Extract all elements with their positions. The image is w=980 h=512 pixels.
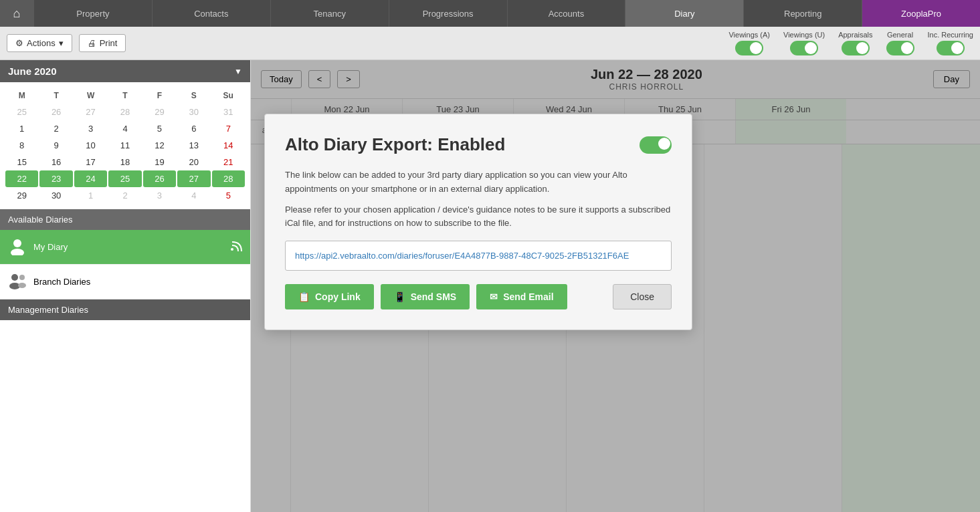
cal-day[interactable]: 4 — [177, 187, 210, 204]
cal-day[interactable]: 2 — [39, 120, 72, 137]
sidebar-item-my-diary[interactable]: My Diary — [0, 230, 250, 265]
nav-diary[interactable]: Diary — [625, 0, 743, 27]
management-diaries-label: Management Diaries — [8, 305, 88, 315]
email-icon: ✉ — [490, 291, 498, 302]
nav-reporting[interactable]: Reporting — [743, 0, 862, 27]
top-navigation: ⌂ Property Contacts Tenancy Progressions… — [0, 0, 980, 27]
cal-day[interactable]: 5 — [212, 187, 245, 204]
cal-day[interactable]: 13 — [177, 137, 210, 154]
nav-zooplapro[interactable]: ZooplaPro — [862, 0, 980, 27]
cal-day[interactable]: 17 — [74, 154, 107, 170]
copy-link-label: Copy Link — [315, 291, 361, 302]
cal-day[interactable]: 22 — [5, 170, 38, 187]
toggle-inc-recurring-switch[interactable] — [937, 41, 965, 55]
toggle-appraisals-switch[interactable] — [842, 41, 870, 55]
cal-day[interactable]: 9 — [39, 137, 72, 154]
cal-day[interactable]: 2 — [108, 187, 141, 204]
cal-day[interactable]: 12 — [143, 137, 176, 154]
cal-day[interactable]: 5 — [143, 120, 176, 137]
cal-day[interactable]: 3 — [74, 120, 107, 137]
svg-point-1 — [11, 249, 24, 255]
sms-icon: 📱 — [394, 291, 405, 302]
export-modal: Alto Diary Export: Enabled The link belo… — [264, 114, 692, 330]
cal-day[interactable]: 26 — [143, 170, 176, 187]
cal-day[interactable]: 29 — [143, 104, 176, 120]
calendar-week-5: 22 23 24 25 26 27 28 — [5, 170, 245, 187]
calendar-month-label: June 2020 — [8, 66, 57, 77]
user-icon — [8, 237, 27, 257]
modal-title-row: Alto Diary Export: Enabled — [285, 134, 672, 155]
rss-icon — [230, 239, 242, 255]
cal-day[interactable]: 30 — [177, 104, 210, 120]
cal-day[interactable]: 14 — [212, 137, 245, 154]
cal-day[interactable]: 26 — [39, 104, 72, 120]
modal-toggle-switch[interactable] — [640, 136, 672, 154]
toggle-general-switch[interactable] — [886, 41, 914, 55]
cal-day[interactable]: 1 — [74, 187, 107, 204]
actions-button[interactable]: ⚙ Actions ▾ — [7, 34, 72, 52]
cal-day[interactable]: 24 — [74, 170, 107, 187]
cal-day[interactable]: 28 — [212, 170, 245, 187]
cal-day[interactable]: 15 — [5, 154, 38, 170]
cal-day[interactable]: 8 — [5, 137, 38, 154]
cal-day[interactable]: 23 — [39, 170, 72, 187]
cal-day[interactable]: 28 — [108, 104, 141, 120]
cal-day[interactable]: 29 — [5, 187, 38, 204]
cal-day[interactable]: 30 — [39, 187, 72, 204]
nav-tenancy[interactable]: Tenancy — [270, 0, 389, 27]
toggle-inc-recurring: Inc. Recurring — [928, 31, 973, 55]
cal-day[interactable]: 7 — [212, 120, 245, 137]
send-sms-button[interactable]: 📱 Send SMS — [381, 284, 470, 309]
cal-day[interactable]: 10 — [74, 137, 107, 154]
cal-day[interactable]: 3 — [143, 187, 176, 204]
branch-users-icon — [8, 271, 27, 292]
sidebar-item-branch-diaries[interactable]: Branch Diaries — [0, 265, 250, 299]
nav-property[interactable]: Property — [33, 0, 152, 27]
cal-day[interactable]: 4 — [108, 120, 141, 137]
cal-header-w: W — [74, 88, 107, 104]
toggle-viewings-a-switch[interactable] — [735, 41, 763, 55]
nav-contacts[interactable]: Contacts — [152, 0, 270, 27]
cal-day[interactable]: 27 — [74, 104, 107, 120]
copy-icon: 📋 — [298, 291, 310, 302]
modal-actions: 📋 Copy Link 📱 Send SMS ✉ Send Email Clos… — [285, 284, 672, 309]
close-label: Close — [630, 291, 654, 302]
close-button[interactable]: Close — [613, 284, 672, 309]
cal-header-t1: T — [39, 88, 72, 104]
chevron-down-icon[interactable]: ▼ — [234, 67, 242, 76]
cal-day[interactable]: 11 — [108, 137, 141, 154]
home-button[interactable]: ⌂ — [0, 0, 33, 27]
cal-header-s: S — [177, 88, 210, 104]
cal-day[interactable]: 16 — [39, 154, 72, 170]
cal-day[interactable]: 25 — [108, 170, 141, 187]
cal-day[interactable]: 18 — [108, 154, 141, 170]
cal-day[interactable]: 31 — [212, 104, 245, 120]
print-label: Print — [100, 38, 118, 48]
toggle-viewings-a-label: Viewings (A) — [728, 31, 770, 39]
available-diaries-header: Available Diaries — [0, 209, 250, 230]
copy-link-button[interactable]: 📋 Copy Link — [285, 284, 374, 309]
calendar-week-1: 25 26 27 28 29 30 31 — [5, 104, 245, 120]
svg-point-3 — [11, 274, 18, 281]
nav-progressions[interactable]: Progressions — [389, 0, 507, 27]
print-button[interactable]: 🖨 Print — [79, 34, 126, 52]
toggle-viewings-u-switch[interactable] — [790, 41, 818, 55]
send-email-button[interactable]: ✉ Send Email — [476, 284, 567, 309]
cal-day[interactable]: 27 — [177, 170, 210, 187]
send-sms-label: Send SMS — [411, 291, 456, 302]
modal-link[interactable]: https://api2.vebraalto.com/diaries/forus… — [295, 251, 629, 261]
cal-day[interactable]: 20 — [177, 154, 210, 170]
cal-day[interactable]: 21 — [212, 154, 245, 170]
toggle-viewings-a: Viewings (A) — [728, 31, 770, 55]
svg-point-6 — [18, 283, 26, 288]
calendar-day-headers: M T W T F S Su — [5, 88, 245, 104]
calendar-main: Today < > Jun 22 — 28 2020 CHRIS HORROLL… — [251, 60, 980, 512]
cal-day[interactable]: 1 — [5, 120, 38, 137]
send-email-label: Send Email — [503, 291, 553, 302]
nav-accounts[interactable]: Accounts — [507, 0, 625, 27]
cal-day[interactable]: 6 — [177, 120, 210, 137]
cal-day[interactable]: 19 — [143, 154, 176, 170]
cal-day[interactable]: 25 — [5, 104, 38, 120]
sidebar: June 2020 ▼ M T W T F S Su 25 26 27 28 2… — [0, 60, 251, 512]
available-diaries-label: Available Diaries — [8, 215, 73, 225]
